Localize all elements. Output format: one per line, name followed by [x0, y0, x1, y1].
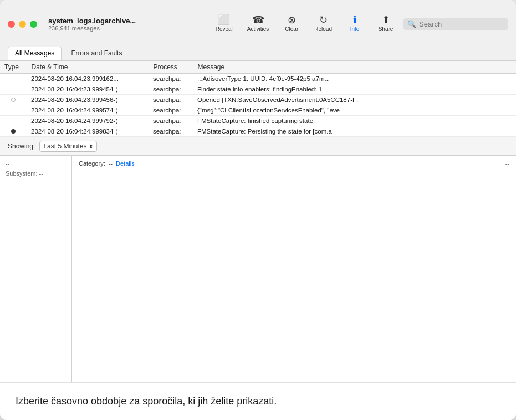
log-table-container: Type Date & Time Process Message 2024-08… — [0, 61, 516, 137]
row-message: FMStateCapture: finished capturing state… — [193, 116, 516, 126]
dot-filled-icon — [11, 129, 16, 134]
showing-select[interactable]: Last 5 Minutes ⬍ — [39, 141, 97, 152]
window-title: system_logs.logarchive... — [48, 17, 136, 25]
share-button[interactable]: ⬆ Share — [372, 13, 400, 35]
row-type-cell — [0, 105, 27, 116]
reload-icon: ↻ — [319, 15, 328, 25]
traffic-lights — [8, 21, 37, 28]
table-row[interactable]: 2024-08-20 16:04:24.999792-(searchpa:FMS… — [0, 116, 516, 126]
detail-sidebar: -- Subsystem: -- — [0, 156, 72, 382]
row-datetime: 2024-08-20 16:04:23.999454-( — [27, 84, 149, 95]
row-datetime: 2024-08-20 16:04:24.999574-( — [27, 105, 149, 116]
toolbar: ⬜ Reveal ☎ Activities ⊗ Clear ↻ Reload ℹ… — [210, 13, 508, 35]
tooltip-text: Izberite časovno obdobje za sporočila, k… — [16, 396, 277, 407]
row-message: ...AdisoverType 1. UUID: 4cf0e-95-42p5 a… — [193, 74, 516, 84]
row-process: searchpa: — [149, 74, 193, 84]
row-type-cell — [0, 116, 27, 126]
clear-label: Clear — [285, 26, 298, 32]
row-message: {"msg":"CLClientIsLocationServicesEnable… — [193, 105, 516, 116]
table-row[interactable]: 2024-08-20 16:04:23.999456-(searchpa:Ope… — [0, 95, 516, 105]
table-row[interactable]: 2024-08-20 16:04:23.999454-(searchpa:Fin… — [0, 84, 516, 95]
table-row[interactable]: 2024-08-20 16:04:24.999574-(searchpa:{"m… — [0, 105, 516, 116]
main-window: system_logs.logarchive... 236,941 messag… — [0, 0, 516, 420]
reload-button[interactable]: ↻ Reload — [309, 13, 338, 35]
search-box[interactable]: 🔍 — [403, 18, 508, 30]
col-header-message[interactable]: Message — [193, 61, 516, 74]
clear-icon: ⊗ — [288, 15, 296, 25]
tab-all-messages[interactable]: All Messages — [8, 47, 62, 60]
subsystem-value: -- — [39, 170, 43, 177]
row-type-cell — [0, 126, 27, 137]
row-process: searchpa: — [149, 95, 193, 105]
reveal-button[interactable]: ⬜ Reveal — [210, 13, 238, 35]
row-type-cell — [0, 74, 27, 84]
minimize-button[interactable] — [19, 21, 26, 28]
bottom-panel: Showing: Last 5 Minutes ⬍ -- Subsystem: … — [0, 137, 516, 382]
info-button[interactable]: ℹ Info — [341, 13, 369, 35]
reveal-icon: ⬜ — [218, 15, 230, 25]
row-process: searchpa: — [149, 84, 193, 95]
title-info: system_logs.logarchive... 236,941 messag… — [48, 17, 136, 32]
maximize-button[interactable] — [30, 21, 37, 28]
row-datetime: 2024-08-20 16:04:23.999162... — [27, 74, 149, 84]
close-button[interactable] — [8, 21, 15, 28]
row-datetime: 2024-08-20 16:04:24.999834-( — [27, 126, 149, 137]
category-details: Category: -- Details — [79, 160, 135, 167]
category-label: Category: — [79, 160, 105, 167]
row-message: Opened [TXN:SaveObservedAdvertisment.0A5… — [193, 95, 516, 105]
info-label: Info — [350, 26, 360, 32]
row-message: Finder state info enablers: findingEnabl… — [193, 84, 516, 95]
info-icon: ℹ — [353, 15, 357, 25]
col-header-datetime[interactable]: Date & Time — [27, 61, 149, 74]
showing-value: Last 5 Minutes — [43, 142, 86, 150]
detail-right-dash: -- — [505, 156, 516, 382]
reload-label: Reload — [314, 26, 332, 32]
window-subtitle: 236,941 messages — [48, 25, 136, 32]
activities-label: Activities — [247, 26, 269, 32]
search-input[interactable] — [419, 20, 504, 28]
row-process: searchpa: — [149, 126, 193, 137]
row-process: searchpa: — [149, 116, 193, 126]
row-message: FMStateCapture: Persisting the state for… — [193, 126, 516, 137]
dot-outline-icon — [11, 98, 16, 102]
clear-button[interactable]: ⊗ Clear — [278, 13, 305, 35]
chevron-icon: ⬍ — [89, 144, 93, 150]
details-link[interactable]: Details — [116, 160, 135, 167]
col-header-type[interactable]: Type — [0, 61, 27, 74]
row-type-cell — [0, 84, 27, 95]
subsystem-label: Subsystem: — [6, 170, 37, 177]
detail-main: Category: -- Details — [72, 156, 505, 382]
tabs-bar: All Messages Errors and Faults — [0, 43, 516, 61]
row-process: searchpa: — [149, 105, 193, 116]
log-table: Type Date & Time Process Message 2024-08… — [0, 61, 516, 137]
detail-panel: -- Subsystem: -- Category: -- Details -- — [0, 156, 516, 382]
table-row[interactable]: 2024-08-20 16:04:23.999162...searchpa:..… — [0, 74, 516, 84]
share-icon: ⬆ — [382, 15, 390, 25]
tab-errors-faults[interactable]: Errors and Faults — [64, 47, 129, 60]
category-value: -- — [109, 160, 113, 167]
row-type-cell — [0, 95, 27, 105]
table-header-row: Type Date & Time Process Message — [0, 61, 516, 74]
col-header-process[interactable]: Process — [149, 61, 193, 74]
showing-bar: Showing: Last 5 Minutes ⬍ — [0, 137, 516, 156]
row-datetime: 2024-08-20 16:04:23.999456-( — [27, 95, 149, 105]
activities-icon: ☎ — [252, 15, 264, 25]
detail-dash1: -- — [6, 160, 66, 167]
reveal-label: Reveal — [216, 26, 233, 32]
showing-label: Showing: — [8, 142, 35, 150]
share-label: Share — [379, 26, 394, 32]
table-row[interactable]: 2024-08-20 16:04:24.999834-(searchpa:FMS… — [0, 126, 516, 137]
tooltip-overlay: Izberite časovno obdobje za sporočila, k… — [0, 382, 516, 420]
search-icon: 🔍 — [407, 20, 416, 28]
detail-subsystem: Subsystem: -- — [6, 170, 66, 177]
row-datetime: 2024-08-20 16:04:24.999792-( — [27, 116, 149, 126]
activities-button[interactable]: ☎ Activities — [242, 13, 274, 35]
titlebar: system_logs.logarchive... 236,941 messag… — [0, 0, 516, 43]
